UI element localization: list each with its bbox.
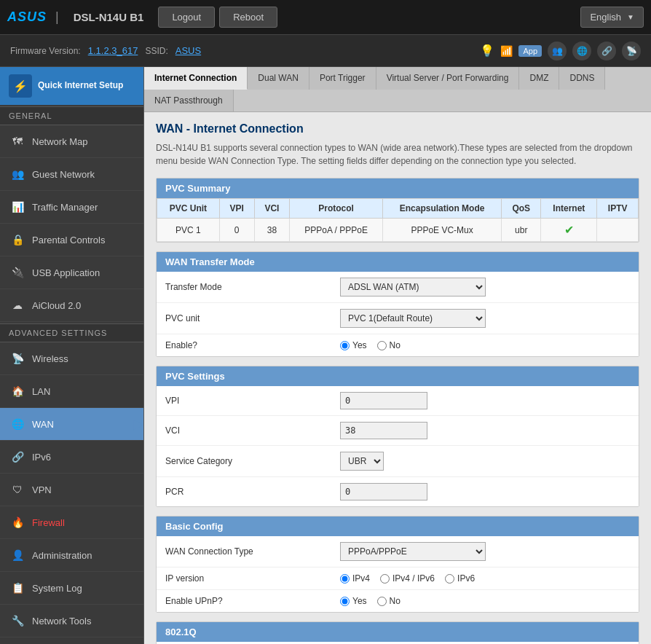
- pvc-summary-section: PVC Summary PVC Unit VPI VCI Protocol En…: [156, 178, 639, 243]
- transfer-mode-select[interactable]: ADSL WAN (ATM): [340, 278, 486, 297]
- wan-icon: 🌐: [9, 415, 26, 433]
- enable-yes-text: Yes: [352, 340, 367, 350]
- enable-yes-radio[interactable]: [340, 341, 350, 350]
- sidebar-item-lan[interactable]: 🏠 LAN: [0, 375, 143, 408]
- ipv6-icon: 🔗: [9, 448, 26, 466]
- sidebar-item-quick-internet-setup[interactable]: ⚡ Quick Internet Setup: [0, 67, 143, 105]
- sidebar-section-advanced: Advanced Settings: [0, 323, 143, 342]
- sidebar-item-network-map[interactable]: 🗺 Network Map: [0, 125, 143, 158]
- vci-control: [340, 422, 630, 439]
- tab-port-trigger[interactable]: Port Trigger: [309, 67, 376, 90]
- pvc-settings-header: PVC Settings: [157, 366, 639, 386]
- wifi-icon[interactable]: 📡: [622, 42, 641, 60]
- ipv4-radio[interactable]: [340, 574, 350, 584]
- upnp-yes-label[interactable]: Yes: [340, 596, 367, 606]
- pvc-unit-select[interactable]: PVC 1(Default Route): [340, 309, 486, 328]
- sidebar-item-ipv6[interactable]: 🔗 IPv6: [0, 441, 143, 474]
- signal-icon: 💡: [480, 44, 494, 58]
- lan-icon: 🏠: [9, 382, 26, 400]
- pcr-label: PCR: [165, 487, 340, 497]
- sidebar-item-system-log[interactable]: 📋 System Log: [0, 572, 143, 605]
- ipv6-radio[interactable]: [445, 574, 454, 584]
- guest-network-icon: 👥: [9, 165, 26, 183]
- enable-no-label[interactable]: No: [377, 340, 401, 350]
- ipv6-text: IPv6: [457, 573, 475, 584]
- ipv4v6-label[interactable]: IPv4 / IPv6: [380, 573, 435, 584]
- tab-virtual-server[interactable]: Virtual Server / Port Forwarding: [376, 67, 520, 90]
- app-badge[interactable]: App: [518, 45, 542, 57]
- firmware-version-link[interactable]: 1.1.2.3_617: [88, 45, 138, 56]
- asus-logo: ASUS: [7, 9, 47, 25]
- enable-row: Enable? Yes No: [157, 334, 639, 356]
- sidebar-item-guest-network[interactable]: 👥 Guest Network: [0, 158, 143, 191]
- ipv4-label[interactable]: IPv4: [340, 573, 370, 584]
- enable-yes-label[interactable]: Yes: [340, 340, 367, 350]
- sidebar-item-label: Wireless: [32, 353, 68, 364]
- sidebar-item-aicloud[interactable]: ☁ AiCloud 2.0: [0, 289, 143, 322]
- quick-setup-label: Quick Internet Setup: [38, 80, 123, 92]
- ip-version-control: IPv4 IPv4 / IPv6 IPv6: [340, 573, 630, 584]
- vci-label: VCI: [165, 425, 340, 436]
- tab-dmz[interactable]: DMZ: [519, 67, 559, 90]
- transfer-mode-row: Transfer Mode ADSL WAN (ATM): [157, 272, 639, 303]
- upnp-radio-group: Yes No: [340, 596, 630, 606]
- tab-dual-wan[interactable]: Dual WAN: [248, 67, 309, 90]
- pcr-input[interactable]: [340, 483, 427, 500]
- subheader-icons: 💡 📶 App 👥 🌐 🔗 📡: [480, 42, 641, 60]
- wifi-signal-icon: 📶: [500, 45, 513, 57]
- share-icon[interactable]: 🔗: [597, 42, 616, 60]
- wan-connection-type-select[interactable]: PPPoA/PPPoE: [340, 542, 486, 561]
- network-map-icon: 🗺: [9, 133, 26, 150]
- col-qos: QoS: [502, 199, 541, 219]
- logout-button[interactable]: Logout: [158, 7, 215, 28]
- reboot-button[interactable]: Reboot: [219, 7, 277, 28]
- page-title: WAN - Internet Connection: [156, 122, 639, 136]
- ipv6-label[interactable]: IPv6: [445, 573, 475, 584]
- ipv4v6-radio[interactable]: [380, 574, 390, 584]
- col-vpi: VPI: [219, 199, 254, 219]
- tab-internet-connection[interactable]: Internet Connection: [144, 67, 248, 90]
- upnp-no-label[interactable]: No: [377, 596, 401, 606]
- table-row: PVC 1 0 38 PPPoA / PPPoE PPPoE VC-Mux ub…: [157, 219, 639, 242]
- sidebar-item-parental-controls[interactable]: 🔒 Parental Controls: [0, 224, 143, 256]
- sidebar-item-usb-application[interactable]: 🔌 USB Application: [0, 256, 143, 289]
- upnp-no-radio[interactable]: [377, 597, 387, 606]
- ipv4-text: IPv4: [352, 573, 370, 584]
- tab-nat-passthrough[interactable]: NAT Passthrough: [144, 90, 234, 111]
- enable-no-radio[interactable]: [377, 341, 387, 350]
- sidebar-item-label: USB Application: [32, 267, 100, 278]
- upnp-yes-radio[interactable]: [340, 597, 350, 606]
- service-category-label: Service Category: [165, 456, 340, 466]
- service-category-select[interactable]: UBR: [340, 452, 384, 471]
- quick-setup-icon: ⚡: [9, 74, 32, 98]
- sidebar-item-firewall[interactable]: 🔥 Firewall: [0, 506, 143, 539]
- admin-icon: 👤: [9, 546, 26, 564]
- sidebar-item-label: System Log: [32, 583, 82, 594]
- sidebar-item-wireless[interactable]: 📡 Wireless: [0, 342, 143, 375]
- sidebar-item-wan[interactable]: 🌐 WAN: [0, 408, 143, 441]
- ssid-value-link[interactable]: ASUS: [175, 45, 201, 56]
- vpn-icon: 🛡: [9, 481, 26, 498]
- vpi-control: [340, 392, 630, 409]
- sidebar-item-label: WAN: [32, 419, 54, 430]
- vpi-input[interactable]: [340, 392, 427, 409]
- col-protocol: Protocol: [290, 199, 383, 219]
- tab-ddns[interactable]: DDNS: [559, 67, 605, 90]
- globe-icon[interactable]: 🌐: [572, 42, 591, 60]
- vci-input[interactable]: [340, 422, 427, 439]
- language-selector[interactable]: English ▼: [580, 7, 644, 28]
- dot1q-section: 802.1Q Enable ? Yes: [156, 621, 639, 644]
- parental-controls-icon: 🔒: [9, 231, 26, 248]
- cell-internet: ✔: [541, 219, 597, 242]
- sidebar-item-administration[interactable]: 👤 Administration: [0, 539, 143, 572]
- upnp-label: Enable UPnP?: [165, 596, 340, 606]
- sidebar-item-label: IPv6: [32, 452, 51, 463]
- sidebar-item-network-tools[interactable]: 🔧 Network Tools: [0, 605, 143, 637]
- sidebar-item-label: Firewall: [32, 517, 65, 528]
- sidebar-item-traffic-manager[interactable]: 📊 Traffic Manager: [0, 191, 143, 224]
- users-icon[interactable]: 👥: [548, 42, 567, 60]
- content-area: Internet Connection Dual WAN Port Trigge…: [144, 67, 651, 644]
- sidebar-item-vpn[interactable]: 🛡 VPN: [0, 474, 143, 506]
- upnp-no-text: No: [390, 596, 401, 606]
- col-iptv: IPTV: [597, 199, 639, 219]
